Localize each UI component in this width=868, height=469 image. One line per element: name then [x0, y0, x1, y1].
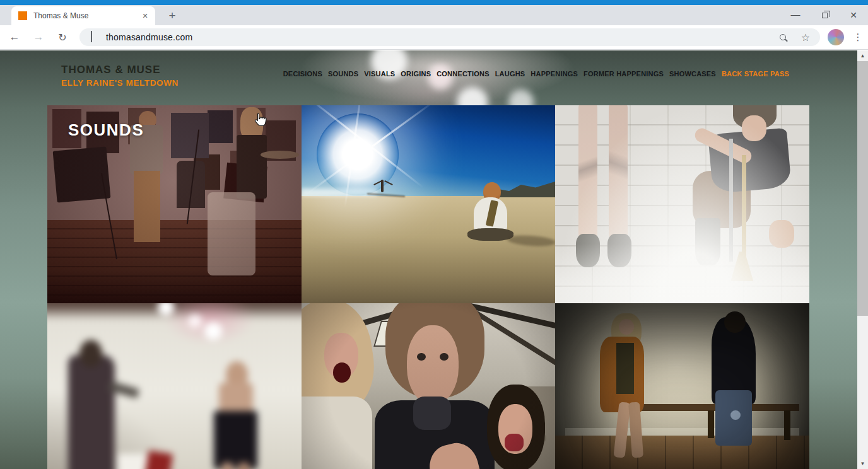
- seated-man-face: [742, 115, 766, 141]
- url-text[interactable]: thomasandmuse.com: [106, 32, 780, 42]
- minimize-icon: —: [791, 9, 801, 20]
- profile-avatar[interactable]: [828, 29, 844, 45]
- scroll-down-icon[interactable]: ▼: [857, 458, 868, 469]
- gallery-photo-sounds[interactable]: SOUNDS: [47, 105, 302, 303]
- lock-icon: [91, 32, 98, 43]
- music-stand: [223, 163, 267, 202]
- dancer-leg: [238, 463, 249, 469]
- gallery-photo-bench[interactable]: [555, 303, 809, 469]
- bench-leg: [708, 410, 714, 438]
- boot: [695, 218, 720, 265]
- center-man-face: [407, 325, 459, 405]
- seated-man-trousers: [693, 171, 751, 228]
- new-tab-button[interactable]: +: [164, 8, 180, 24]
- screaming-woman-hair: [302, 303, 380, 419]
- nav-connections[interactable]: CONNECTIONS: [437, 70, 489, 78]
- sun: [317, 113, 399, 195]
- nav-decisions[interactable]: DECISIONS: [283, 70, 322, 78]
- roof-beam: [404, 303, 555, 332]
- bokeh-light: [188, 314, 202, 328]
- right-woman-hair: [487, 385, 546, 469]
- mic-stand: [186, 129, 199, 224]
- lace-top: [302, 397, 373, 469]
- browser-tab[interactable]: Thomas & Muse ✕: [11, 6, 155, 25]
- zoom-icon[interactable]: [780, 34, 786, 40]
- site-header: THOMAS & MUSE ELLY RAINE'S MELTDOWN: [61, 64, 179, 88]
- tab-title: Thomas & Muse: [33, 11, 140, 20]
- seated-man-shirt: [708, 128, 792, 194]
- photo-gallery: SOUNDS: [47, 105, 809, 469]
- stone-wall: [555, 105, 809, 303]
- site-nav: DECISIONS SOUNDS VISUALS ORIGINS CONNECT…: [283, 70, 789, 78]
- seated-man-hand: [769, 220, 794, 248]
- music-stand: [53, 147, 110, 203]
- trumpeter-head: [79, 340, 103, 368]
- nav-laughs[interactable]: LAUGHS: [495, 70, 525, 78]
- boot: [607, 234, 631, 267]
- bookmark-star-icon[interactable]: ☆: [801, 32, 810, 43]
- screaming-woman-mouth: [333, 362, 351, 382]
- gallery-photo-faces[interactable]: [302, 303, 556, 469]
- floral-dress: [616, 343, 634, 395]
- right-woman-mouth: [505, 434, 524, 451]
- seated-woman-leg: [613, 402, 630, 458]
- gallery-photo-gallery-room[interactable]: [47, 303, 302, 469]
- bench-leg: [784, 410, 790, 440]
- maximize-restore-button[interactable]: [810, 5, 839, 25]
- gallery-photo-wall[interactable]: [555, 105, 809, 303]
- wood-floor: [555, 436, 809, 469]
- cymbal: [261, 151, 298, 159]
- nav-back-stage-pass[interactable]: BACK STAGE PASS: [722, 70, 789, 78]
- seated-man-hair: [733, 105, 776, 129]
- tab-close-icon[interactable]: ✕: [140, 11, 150, 21]
- scroll-up-icon[interactable]: ▲: [857, 50, 868, 61]
- scrollbar-thumb[interactable]: [857, 61, 868, 316]
- vertical-scrollbar[interactable]: ▲ ▼: [857, 50, 868, 469]
- back-button[interactable]: ←: [5, 31, 24, 43]
- singer-body: [237, 135, 267, 198]
- reload-button[interactable]: ↻: [53, 32, 72, 43]
- seated-man-arm: [693, 126, 753, 165]
- nav-origins[interactable]: ORIGINS: [401, 70, 431, 78]
- nav-visuals[interactable]: VISUALS: [364, 70, 395, 78]
- right-woman-face: [498, 404, 532, 454]
- seated-woman-face: [619, 319, 634, 335]
- trumpeter-silhouette: [68, 355, 114, 469]
- mic-stand: [101, 173, 117, 259]
- trumpet: [729, 139, 733, 262]
- bokeh-light: [204, 322, 222, 340]
- sand: [302, 196, 556, 303]
- close-window-button[interactable]: ✕: [839, 5, 868, 25]
- baseboard: [565, 428, 799, 436]
- wood-floor: [47, 220, 302, 303]
- trumpeter-legs: [134, 171, 160, 242]
- seated-player-legs: [467, 228, 513, 241]
- screaming-woman-face: [324, 333, 358, 378]
- bare-leg: [578, 105, 597, 240]
- window-controls: — ✕: [781, 5, 868, 25]
- bare-leg: [609, 105, 628, 240]
- nav-former-happenings[interactable]: FORMER HAPPENINGS: [584, 70, 664, 78]
- site-title[interactable]: THOMAS & MUSE: [61, 64, 179, 76]
- center-man-eye: [440, 353, 449, 361]
- nav-sounds[interactable]: SOUNDS: [328, 70, 358, 78]
- roof-beam: [467, 306, 555, 377]
- nav-happenings[interactable]: HAPPENINGS: [531, 70, 578, 78]
- seated-woman-leg: [628, 402, 643, 458]
- forward-button[interactable]: →: [29, 31, 48, 43]
- bass-player-figure: [177, 161, 204, 208]
- tab-strip: Thomas & Muse ✕ + — ✕: [0, 5, 868, 25]
- dancer-leg: [222, 463, 233, 469]
- bench: [619, 404, 799, 411]
- minimize-button[interactable]: —: [781, 5, 810, 25]
- seated-man-coat: [712, 317, 756, 404]
- gallery-photo-beach[interactable]: [302, 105, 556, 303]
- browser-menu-icon[interactable]: ⋮: [850, 32, 865, 43]
- barn-ceiling: [302, 303, 556, 469]
- dancer-skirt: [214, 411, 257, 469]
- blurred-scene: [47, 303, 302, 469]
- nav-showcases[interactable]: SHOWCASES: [669, 70, 716, 78]
- address-bar[interactable]: thomasandmuse.com ☆: [79, 28, 820, 46]
- white-drape: [208, 192, 256, 275]
- center-man-scarf: [413, 397, 451, 430]
